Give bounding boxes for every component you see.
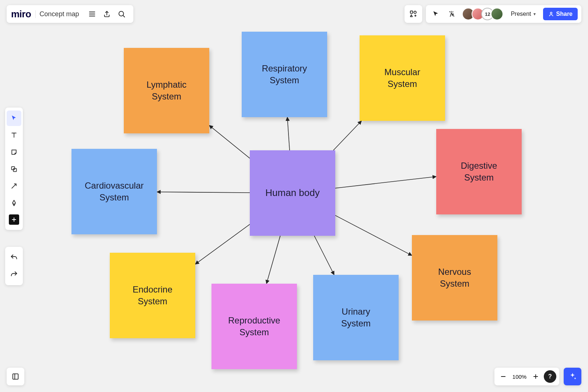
bottom-right-cluster: 100% ? — [494, 368, 581, 385]
svg-point-9 — [550, 12, 552, 14]
present-button[interactable]: Present ▾ — [507, 5, 539, 23]
svg-rect-18 — [13, 374, 18, 379]
svg-line-14 — [12, 185, 15, 188]
connector-nervous[interactable] — [335, 216, 412, 256]
sticky-note-cardiovascular[interactable]: Cardiovascular System — [71, 149, 157, 234]
left-toolbar — [5, 108, 23, 230]
zoom-in-button[interactable] — [530, 369, 542, 384]
zoom-level[interactable]: 100% — [511, 374, 528, 380]
sticky-note-muscular[interactable]: Muscular System — [360, 35, 445, 121]
sticky-note-lymphatic[interactable]: Lymphatic System — [124, 48, 209, 133]
svg-point-6 — [414, 11, 416, 13]
reactions-icon[interactable] — [446, 7, 458, 21]
connector-urinary[interactable] — [314, 236, 334, 275]
undo-redo-panel — [5, 247, 23, 285]
undo-button[interactable] — [7, 250, 21, 265]
ai-assist-button[interactable] — [564, 368, 581, 385]
connector-reproductive[interactable] — [266, 236, 280, 284]
zoom-panel: 100% ? — [494, 368, 559, 385]
connector-lymphatic[interactable] — [209, 125, 250, 158]
select-tool[interactable] — [7, 111, 21, 126]
text-tool[interactable] — [7, 127, 21, 143]
connector-muscular[interactable] — [333, 121, 361, 150]
chevron-down-icon: ▾ — [533, 11, 536, 17]
app-logo[interactable]: miro — [11, 8, 31, 20]
board-title[interactable]: Concept map — [35, 10, 83, 18]
top-right-cluster: 12 Present ▾ Share — [405, 5, 581, 23]
cursor-mode-icon[interactable] — [430, 7, 442, 21]
present-label: Present — [511, 11, 531, 17]
canvas[interactable]: Human bodyLymphatic SystemRespiratory Sy… — [0, 0, 588, 392]
sticky-note-urinary[interactable]: Urinary System — [313, 275, 399, 360]
shape-tool[interactable] — [7, 161, 21, 177]
share-button[interactable]: Share — [543, 8, 578, 20]
sticky-note-tool[interactable] — [7, 144, 21, 160]
svg-line-4 — [123, 15, 125, 17]
sticky-note-nervous[interactable]: Nervous System — [412, 235, 497, 321]
top-left-toolbar: miro Concept map — [7, 5, 133, 23]
collaborator-avatars[interactable]: 12 — [462, 8, 503, 20]
export-icon[interactable] — [99, 7, 114, 21]
pen-tool[interactable] — [7, 195, 21, 211]
search-icon[interactable] — [114, 7, 129, 21]
sticky-note-reproductive[interactable]: Reproductive System — [211, 284, 297, 369]
sticky-note-respiratory[interactable]: Respiratory System — [242, 32, 327, 117]
frames-panel-button[interactable] — [7, 368, 24, 385]
add-more-tool[interactable] — [9, 214, 19, 225]
redo-button[interactable] — [7, 267, 21, 282]
apps-button[interactable] — [405, 5, 422, 23]
sticky-note-digestive[interactable]: Digestive System — [436, 129, 522, 214]
menu-icon[interactable] — [85, 7, 99, 21]
connector-tool[interactable] — [7, 178, 21, 194]
zoom-out-button[interactable] — [497, 369, 509, 384]
avatar[interactable] — [491, 8, 503, 20]
connector-respiratory[interactable] — [287, 117, 290, 150]
svg-rect-5 — [410, 11, 413, 13]
sticky-note-human-body[interactable]: Human body — [250, 150, 335, 236]
sticky-note-endocrine[interactable]: Endocrine System — [110, 253, 195, 338]
help-button[interactable]: ? — [544, 370, 556, 383]
connector-endocrine[interactable] — [195, 224, 250, 264]
share-label: Share — [556, 11, 573, 17]
connector-cardiovascular[interactable] — [157, 192, 250, 193]
collab-panel: 12 Present ▾ Share — [426, 5, 581, 23]
connector-digestive[interactable] — [335, 176, 436, 188]
